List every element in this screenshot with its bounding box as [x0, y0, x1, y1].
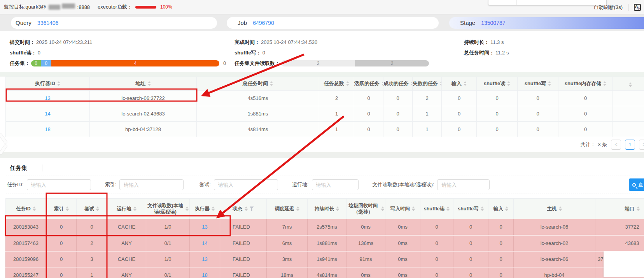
cell-file-read: 0/1	[146, 235, 190, 251]
cell-total-task-time: 4s516ms	[197, 91, 319, 106]
executor-id-link[interactable]: 18	[45, 126, 50, 132]
search-button[interactable]: 查	[629, 178, 644, 191]
page-1-button[interactable]: 1	[625, 140, 635, 150]
executor-id-link[interactable]: 14	[45, 111, 50, 117]
task-row-failed: 280153843 0 0 CACHE 1/0 13 FAILED 7ms 2s…	[6, 219, 644, 235]
duration-value: 11.3 s	[490, 39, 504, 45]
shuffle-read-label: shuffle读：	[10, 49, 37, 56]
filter-locality-input[interactable]	[312, 179, 359, 190]
executor-load-label: executor负载：	[98, 3, 132, 10]
cell-shuffle-write: 0	[518, 91, 558, 106]
col-gc-time[interactable]: 垃圾回收时间（毫秒）	[346, 199, 385, 219]
executor-id-link[interactable]: 14	[202, 240, 207, 246]
next-page-button[interactable]: >	[639, 140, 644, 150]
executor-table: 执行器ID 地址 总任务时间 任务总数 活跃的任务 成功的任务 失败的任务 输入…	[5, 77, 644, 137]
col-shuffle-read[interactable]: shuffle读	[420, 199, 453, 219]
filter-attempt-input[interactable]	[214, 179, 278, 190]
col-port[interactable]: 端口	[595, 199, 644, 219]
cell-total-tasks: 1	[319, 106, 354, 122]
col-status[interactable]: 状态	[220, 199, 267, 219]
job-label: Job	[238, 19, 247, 26]
col-locality[interactable]: 运行地	[107, 199, 146, 219]
col-attempt[interactable]: 尝试	[77, 199, 107, 219]
cell-status: FAILED	[220, 219, 267, 235]
cell-locality: CACHE	[107, 219, 146, 235]
sort-icon	[381, 206, 384, 211]
cell-shuffle-write: 0	[453, 251, 488, 267]
filter-index-label: 索引:	[105, 181, 117, 188]
prev-page-button[interactable]: <	[611, 140, 621, 150]
taskset-bar-green-segment: 0	[31, 60, 41, 66]
cell-shuffle-write: 0	[453, 235, 488, 251]
cell-input: 0	[442, 122, 477, 137]
cell-shuffle-write: 0	[518, 106, 558, 122]
col-executor-id[interactable]: 执行器ID	[6, 77, 90, 91]
cell-scheduler-delay: 6ms	[267, 235, 308, 251]
cell-shuffle-write: 0	[453, 267, 488, 278]
col-executor[interactable]: 执行器	[190, 199, 220, 219]
cell-index: 0	[46, 267, 77, 278]
col-scheduler-delay[interactable]: 调度延迟	[267, 199, 308, 219]
stage-id-link[interactable]: 13500787	[481, 20, 505, 26]
cell-port: 43683	[595, 235, 644, 251]
col-input[interactable]: 输入	[488, 199, 514, 219]
tab-stage[interactable]: Stage 13500787	[449, 17, 644, 29]
translate-icon[interactable]: A 中	[634, 4, 641, 11]
task-row-failed: 280155247 0 1 ANY 0/1 18 FAILED 18ms 4s8…	[6, 267, 644, 278]
col-clipped[interactable]	[613, 77, 644, 91]
shuffle-write-value: 0	[262, 50, 265, 56]
col-input[interactable]: 输入	[442, 77, 477, 91]
col-succeeded-tasks[interactable]: 成功的任务	[383, 77, 413, 91]
cell-shuffle-read: 0	[477, 106, 518, 122]
executor-table-header-row: 执行器ID 地址 总任务时间 任务总数 活跃的任务 成功的任务 失败的任务 输入…	[6, 77, 644, 91]
sort-icon	[637, 206, 640, 211]
col-shuffle-read[interactable]: shuffle读	[477, 77, 518, 91]
cell-status: FAILED	[220, 267, 267, 278]
col-task-id[interactable]: 任务ID	[6, 199, 46, 219]
task-table: 任务ID 索引 尝试 运行地 文件读取数(本地读/远程读) 执行器 状态 调度延…	[5, 198, 644, 278]
filter-funnel-icon[interactable]	[250, 206, 254, 211]
col-failed-tasks[interactable]: 失败的任务	[413, 77, 442, 91]
cell-input: 0	[488, 235, 514, 251]
divider	[42, 164, 42, 171]
cell-file-read: 1/0	[146, 251, 190, 267]
sort-icon	[33, 206, 36, 211]
executor-row: 18 hp-bd-04:37128 4s814ms 1 0 0 1 0 0 0 …	[6, 122, 644, 137]
executor-id-link[interactable]: 13	[202, 224, 207, 230]
filter-file-read-input[interactable]	[437, 179, 490, 190]
col-active-tasks[interactable]: 活跃的任务	[354, 77, 383, 91]
executor-id-link[interactable]: 13	[202, 256, 207, 262]
collapse-chevron-icon[interactable]	[0, 133, 9, 157]
col-shuffle-write[interactable]: shuffle写	[453, 199, 488, 219]
job-id-link[interactable]: 6496790	[253, 20, 274, 26]
cell-gc-time: 136ms	[346, 235, 385, 251]
col-shuffle-write[interactable]: shuffle写	[518, 77, 558, 91]
submit-time-label: 提交时间：	[10, 39, 35, 46]
taskset-panel: 任务集 任务ID: 索引: 尝试: 运行地: 文件读取数(本地读/远程读): 查	[0, 158, 644, 278]
col-shuffle-memory[interactable]: shuffle内存存储	[558, 77, 613, 91]
col-address[interactable]: 地址	[90, 77, 197, 91]
tab-query[interactable]: Query 3361406	[11, 17, 217, 29]
col-file-read-count[interactable]: 文件读取数(本地读/远程读)	[146, 199, 190, 219]
col-total-tasks[interactable]: 任务总数	[319, 77, 354, 91]
col-host[interactable]: 主机	[514, 199, 595, 219]
executor-id-link[interactable]: 13	[45, 95, 50, 101]
divider	[628, 4, 628, 11]
sort-icon	[629, 82, 632, 87]
taskset-bar-orange-segment: 4	[51, 60, 219, 66]
col-index[interactable]: 索引	[46, 199, 77, 219]
col-total-task-time[interactable]: 总任务时间	[197, 77, 319, 91]
sort-icon	[548, 81, 551, 86]
col-duration[interactable]: 持续时长	[308, 199, 346, 219]
cell-input: 0	[488, 267, 514, 278]
query-id-link[interactable]: 3361406	[37, 20, 59, 26]
executor-id-link[interactable]: 18	[202, 272, 207, 278]
filter-task-id-input[interactable]	[27, 179, 91, 190]
cell-shuffle-read: 0	[420, 267, 453, 278]
col-write-time[interactable]: 写入时间	[385, 199, 420, 219]
stage-summary: 提交时间：2025 10-24 07:44:23.211 shuffle读：0 …	[0, 31, 644, 72]
sort-icon	[411, 81, 413, 86]
filter-index-input[interactable]	[119, 179, 184, 190]
cell-gc-time: 0ms	[346, 267, 385, 278]
tab-job[interactable]: Job 6496790	[227, 17, 439, 29]
